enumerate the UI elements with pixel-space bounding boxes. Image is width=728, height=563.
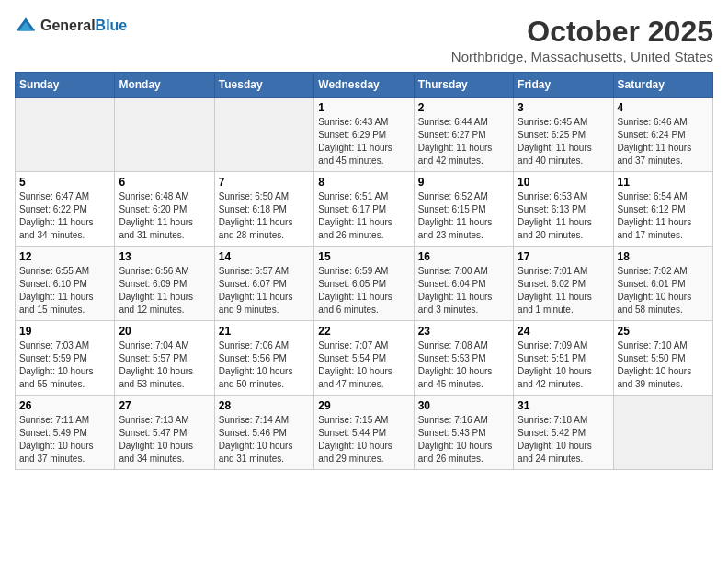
day-number: 23: [418, 325, 509, 338]
day-cell: [214, 98, 313, 172]
logo: GeneralBlue: [15, 15, 127, 37]
calendar-header-row: SundayMondayTuesdayWednesdayThursdayFrid…: [16, 73, 713, 98]
day-number: 14: [219, 250, 310, 263]
column-header-tuesday: Tuesday: [214, 73, 313, 98]
day-info: Sunrise: 7:01 AMSunset: 6:02 PMDaylight:…: [518, 265, 609, 316]
day-info: Sunrise: 7:08 AMSunset: 5:53 PMDaylight:…: [418, 339, 509, 391]
day-cell: 10Sunrise: 6:53 AMSunset: 6:13 PMDayligh…: [514, 172, 613, 247]
day-number: 10: [518, 176, 609, 189]
day-cell: 27Sunrise: 7:13 AMSunset: 5:47 PMDayligh…: [115, 396, 214, 470]
day-number: 5: [19, 176, 110, 189]
month-title: October 2025: [451, 15, 713, 49]
location-title: Northbridge, Massachusetts, United State…: [451, 49, 713, 64]
day-info: Sunrise: 7:03 AMSunset: 5:59 PMDaylight:…: [19, 339, 110, 391]
day-cell: 26Sunrise: 7:11 AMSunset: 5:49 PMDayligh…: [16, 396, 115, 470]
logo-text-blue: Blue: [96, 17, 128, 33]
day-cell: 7Sunrise: 6:50 AMSunset: 6:18 PMDaylight…: [214, 172, 313, 247]
day-cell: 31Sunrise: 7:18 AMSunset: 5:42 PMDayligh…: [514, 396, 613, 470]
day-number: 6: [119, 176, 210, 189]
day-cell: 30Sunrise: 7:16 AMSunset: 5:43 PMDayligh…: [414, 396, 513, 470]
day-info: Sunrise: 7:07 AMSunset: 5:54 PMDaylight:…: [318, 339, 409, 391]
week-row-3: 19Sunrise: 7:03 AMSunset: 5:59 PMDayligh…: [16, 321, 713, 396]
day-info: Sunrise: 7:15 AMSunset: 5:44 PMDaylight:…: [318, 414, 409, 465]
day-number: 25: [618, 325, 709, 338]
day-cell: 22Sunrise: 7:07 AMSunset: 5:54 PMDayligh…: [314, 321, 414, 396]
day-cell: 8Sunrise: 6:51 AMSunset: 6:17 PMDaylight…: [314, 172, 414, 247]
column-header-friday: Friday: [514, 73, 613, 98]
day-cell: 25Sunrise: 7:10 AMSunset: 5:50 PMDayligh…: [613, 321, 712, 396]
day-number: 21: [219, 325, 310, 338]
day-number: 16: [418, 250, 509, 263]
calendar-table: SundayMondayTuesdayWednesdayThursdayFrid…: [15, 72, 713, 470]
day-number: 26: [19, 399, 110, 412]
day-cell: 2Sunrise: 6:44 AMSunset: 6:27 PMDaylight…: [414, 98, 513, 172]
day-info: Sunrise: 6:57 AMSunset: 6:07 PMDaylight:…: [219, 265, 310, 316]
day-info: Sunrise: 6:51 AMSunset: 6:17 PMDaylight:…: [318, 190, 409, 242]
title-block: October 2025 Northbridge, Massachusetts,…: [451, 15, 713, 64]
day-info: Sunrise: 7:04 AMSunset: 5:57 PMDaylight:…: [119, 339, 210, 391]
day-info: Sunrise: 7:13 AMSunset: 5:47 PMDaylight:…: [119, 414, 210, 465]
column-header-wednesday: Wednesday: [314, 73, 414, 98]
day-cell: 18Sunrise: 7:02 AMSunset: 6:01 PMDayligh…: [613, 247, 712, 321]
day-cell: [613, 396, 712, 470]
day-number: 13: [119, 250, 210, 263]
page-header: GeneralBlue October 2025 Northbridge, Ma…: [15, 15, 713, 64]
day-cell: [16, 98, 115, 172]
day-info: Sunrise: 6:55 AMSunset: 6:10 PMDaylight:…: [19, 265, 110, 316]
day-number: 12: [19, 250, 110, 263]
day-info: Sunrise: 6:56 AMSunset: 6:09 PMDaylight:…: [119, 265, 210, 316]
week-row-0: 1Sunrise: 6:43 AMSunset: 6:29 PMDaylight…: [16, 98, 713, 172]
day-number: 3: [518, 101, 609, 114]
day-cell: 13Sunrise: 6:56 AMSunset: 6:09 PMDayligh…: [115, 247, 214, 321]
logo-text-general: General: [40, 17, 96, 33]
day-info: Sunrise: 6:53 AMSunset: 6:13 PMDaylight:…: [518, 190, 609, 242]
day-cell: 29Sunrise: 7:15 AMSunset: 5:44 PMDayligh…: [314, 396, 414, 470]
day-cell: 12Sunrise: 6:55 AMSunset: 6:10 PMDayligh…: [16, 247, 115, 321]
day-info: Sunrise: 7:14 AMSunset: 5:46 PMDaylight:…: [219, 414, 310, 465]
day-cell: 3Sunrise: 6:45 AMSunset: 6:25 PMDaylight…: [514, 98, 613, 172]
day-number: 9: [418, 176, 509, 189]
day-number: 7: [219, 176, 310, 189]
day-info: Sunrise: 7:18 AMSunset: 5:42 PMDaylight:…: [518, 414, 609, 465]
logo-icon: [15, 15, 37, 37]
calendar-body: 1Sunrise: 6:43 AMSunset: 6:29 PMDaylight…: [16, 98, 713, 470]
day-cell: 28Sunrise: 7:14 AMSunset: 5:46 PMDayligh…: [214, 396, 313, 470]
column-header-thursday: Thursday: [414, 73, 513, 98]
day-info: Sunrise: 6:43 AMSunset: 6:29 PMDaylight:…: [318, 116, 409, 167]
day-cell: 23Sunrise: 7:08 AMSunset: 5:53 PMDayligh…: [414, 321, 513, 396]
week-row-1: 5Sunrise: 6:47 AMSunset: 6:22 PMDaylight…: [16, 172, 713, 247]
day-number: 30: [418, 399, 509, 412]
day-cell: 20Sunrise: 7:04 AMSunset: 5:57 PMDayligh…: [115, 321, 214, 396]
day-cell: 14Sunrise: 6:57 AMSunset: 6:07 PMDayligh…: [214, 247, 313, 321]
day-info: Sunrise: 7:00 AMSunset: 6:04 PMDaylight:…: [418, 265, 509, 316]
day-number: 22: [318, 325, 409, 338]
day-info: Sunrise: 6:50 AMSunset: 6:18 PMDaylight:…: [219, 190, 310, 242]
day-number: 24: [518, 325, 609, 338]
day-cell: 15Sunrise: 6:59 AMSunset: 6:05 PMDayligh…: [314, 247, 414, 321]
day-cell: 4Sunrise: 6:46 AMSunset: 6:24 PMDaylight…: [613, 98, 712, 172]
day-info: Sunrise: 7:02 AMSunset: 6:01 PMDaylight:…: [618, 265, 709, 316]
day-cell: [115, 98, 214, 172]
column-header-sunday: Sunday: [16, 73, 115, 98]
day-number: 28: [219, 399, 310, 412]
day-number: 11: [618, 176, 709, 189]
day-info: Sunrise: 6:59 AMSunset: 6:05 PMDaylight:…: [318, 265, 409, 316]
day-info: Sunrise: 6:46 AMSunset: 6:24 PMDaylight:…: [618, 116, 709, 167]
day-number: 29: [318, 399, 409, 412]
week-row-4: 26Sunrise: 7:11 AMSunset: 5:49 PMDayligh…: [16, 396, 713, 470]
day-info: Sunrise: 7:09 AMSunset: 5:51 PMDaylight:…: [518, 339, 609, 391]
day-cell: 16Sunrise: 7:00 AMSunset: 6:04 PMDayligh…: [414, 247, 513, 321]
day-cell: 9Sunrise: 6:52 AMSunset: 6:15 PMDaylight…: [414, 172, 513, 247]
day-cell: 17Sunrise: 7:01 AMSunset: 6:02 PMDayligh…: [514, 247, 613, 321]
day-info: Sunrise: 6:45 AMSunset: 6:25 PMDaylight:…: [518, 116, 609, 167]
day-number: 20: [119, 325, 210, 338]
day-info: Sunrise: 7:11 AMSunset: 5:49 PMDaylight:…: [19, 414, 110, 465]
column-header-monday: Monday: [115, 73, 214, 98]
day-number: 15: [318, 250, 409, 263]
day-number: 1: [318, 101, 409, 114]
day-info: Sunrise: 6:47 AMSunset: 6:22 PMDaylight:…: [19, 190, 110, 242]
day-info: Sunrise: 6:48 AMSunset: 6:20 PMDaylight:…: [119, 190, 210, 242]
day-cell: 11Sunrise: 6:54 AMSunset: 6:12 PMDayligh…: [613, 172, 712, 247]
day-info: Sunrise: 6:54 AMSunset: 6:12 PMDaylight:…: [618, 190, 709, 242]
day-info: Sunrise: 7:16 AMSunset: 5:43 PMDaylight:…: [418, 414, 509, 465]
